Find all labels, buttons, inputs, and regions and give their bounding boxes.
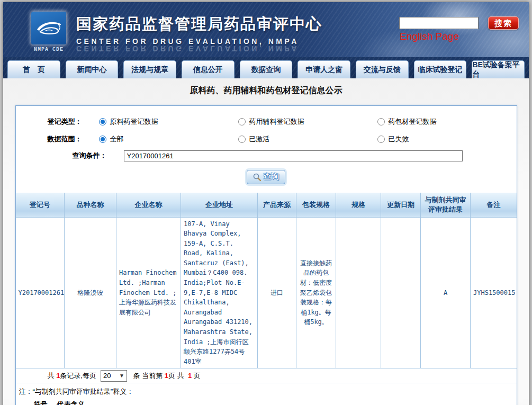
notes-title: 注：“与制剂共同审评审批结果”释义： <box>18 387 515 397</box>
notes-col-symbol: 符号 <box>18 400 48 405</box>
cell-remark: JYHS1500015 <box>471 217 517 368</box>
radio-label: 药用辅料登记数据 <box>249 117 304 127</box>
radio-label: 已失效 <box>389 134 409 144</box>
reg-type-label: 登记类型： <box>16 117 82 127</box>
col-company-address: 企业地址 <box>181 193 258 217</box>
radio-unselected-icon[interactable] <box>377 118 385 125</box>
radio-unselected-icon[interactable] <box>377 136 385 143</box>
pagination-middle: 页 共 <box>168 371 188 381</box>
radio-unselected-icon[interactable] <box>238 136 246 143</box>
data-scope-row: 数据范围： 全部 已激活 已失效 <box>16 130 517 148</box>
cell-company-address: 107-A, Vinay Bhavya Complex, 159-A, C.S.… <box>181 217 258 368</box>
query-form: 登记类型： 原料药登记数据 药用辅料登记数据 药包材登记数据 <box>16 106 517 190</box>
header-search-input[interactable] <box>399 17 479 29</box>
nav-tab-clinical-trial[interactable]: 临床试验登记 <box>414 60 467 78</box>
nav-tab-data-query[interactable]: 数据查询 <box>240 60 293 78</box>
pagination-bar: 共 1条记录,每页 20 ▼ 条 当前第 1页 共 1 页 <box>16 368 517 383</box>
query-button[interactable]: 查询 <box>247 170 285 184</box>
page-size-select[interactable]: 20 ▼ <box>101 370 127 382</box>
pagination-unit: 条 当前第 <box>131 371 165 381</box>
pagination-current-page: 1 <box>165 372 168 380</box>
cell-variety-name: 格隆溴铵 <box>65 217 116 368</box>
col-packaging-spec: 包装规格 <box>296 193 336 217</box>
pagination-total-pages: 1 <box>188 372 192 380</box>
nav-tab-be-platform[interactable]: BE试验备案平台 <box>472 60 525 78</box>
table-header-row: 登记号 品种名称 企业名称 企业地址 产品来源 包装规格 规格 更新日期 与制剂… <box>16 193 517 217</box>
cell-spec <box>336 217 381 368</box>
radio-expired[interactable]: 已失效 <box>377 134 517 144</box>
pagination-total-suffix: 条记录,每页 <box>60 371 96 381</box>
query-button-row: 查询 <box>16 170 517 184</box>
cell-update-date <box>381 217 421 368</box>
radio-selected-icon[interactable] <box>99 118 106 125</box>
radio-excipient-data[interactable]: 药用辅料登记数据 <box>238 117 377 127</box>
nav-tab-feedback[interactable]: 交流与反馈 <box>356 60 409 78</box>
radio-label: 已激活 <box>249 134 270 144</box>
nav-tab-disclosure[interactable]: 信息公开 <box>182 60 235 78</box>
chevron-down-icon: ▼ <box>119 373 124 379</box>
logo-text: NMPA CDE <box>26 47 71 52</box>
content-area: 原料药、药用辅料和药包材登记信息公示 登记类型： 原料药登记数据 药用辅料登记数… <box>3 78 529 405</box>
notes-col-meaning: 代表含义 <box>48 400 85 405</box>
page-container: NMPA CDE 国家药品监督管理局药品审评中心 CENTER FOR DRUG… <box>3 2 529 405</box>
nav-tab-applicant[interactable]: 申请人之窗 <box>297 60 350 78</box>
col-product-source: 产品来源 <box>258 193 296 217</box>
cell-company-name: Harman Finochem Ltd. ;Harman Finochem Lt… <box>116 217 181 368</box>
results-table: 登记号 品种名称 企业名称 企业地址 产品来源 包装规格 规格 更新日期 与制剂… <box>16 193 517 368</box>
header-search-button[interactable]: 搜索 <box>488 16 519 30</box>
cde-logo-icon <box>31 12 66 44</box>
col-company-name: 企业名称 <box>116 193 181 217</box>
logo[interactable]: NMPA CDE <box>26 12 71 52</box>
query-panel: 登记类型： 原料药登记数据 药用辅料登记数据 药包材登记数据 <box>15 105 517 405</box>
query-condition-row: 查询条件： <box>16 148 517 164</box>
pagination-pages-suffix: 页 <box>192 371 201 381</box>
nav-tab-news[interactable]: 新闻中心 <box>66 60 119 78</box>
data-scope-label: 数据范围： <box>16 134 82 144</box>
radio-activated[interactable]: 已激活 <box>238 134 377 144</box>
radio-label: 全部 <box>110 134 124 144</box>
col-review-result: 与制剂共同审评审批结果 <box>421 193 471 217</box>
col-update-date: 更新日期 <box>381 193 421 217</box>
radio-api-data[interactable]: 原料药登记数据 <box>99 117 238 127</box>
radio-label: 原料药登记数据 <box>110 117 158 127</box>
table-row: Y20170001261 格隆溴铵 Harman Finochem Ltd. ;… <box>16 217 517 368</box>
query-condition-label: 查询条件： <box>16 151 107 160</box>
col-spec: 规格 <box>336 193 381 217</box>
english-page-link[interactable]: English Page <box>400 31 459 42</box>
site-subtitle-reflection: CENTER FOR DRUG EVALUATION, NMPA <box>76 44 322 53</box>
col-remark: 备注 <box>471 193 517 217</box>
site-header: NMPA CDE 国家药品监督管理局药品审评中心 CENTER FOR DRUG… <box>3 2 529 57</box>
reg-type-options: 原料药登记数据 药用辅料登记数据 药包材登记数据 <box>82 117 517 127</box>
cell-product-source: 进口 <box>258 217 296 368</box>
pagination-total-count: 1 <box>56 372 60 380</box>
nav-tab-home[interactable]: 首 页 <box>7 60 60 78</box>
page-title: 原料药、药用辅料和药包材登记信息公示 <box>3 85 529 96</box>
radio-packaging-data[interactable]: 药包材登记数据 <box>377 117 517 127</box>
query-button-label: 查询 <box>264 172 279 182</box>
reg-type-row: 登记类型： 原料药登记数据 药用辅料登记数据 药包材登记数据 <box>16 113 517 130</box>
header-search <box>399 17 479 29</box>
header-titles: 国家药品监督管理局药品审评中心 CENTER FOR DRUG EVALUATI… <box>76 14 322 53</box>
nav-tab-regulations[interactable]: 法规与规章 <box>123 60 176 78</box>
radio-unselected-icon[interactable] <box>238 118 246 125</box>
main-nav: 首 页 新闻中心 法规与规章 信息公开 数据查询 申请人之窗 交流与反馈 临床试… <box>3 57 529 78</box>
site-title: 国家药品监督管理局药品审评中心 <box>76 14 322 35</box>
notes-section: 注：“与制剂共同审评审批结果”释义： 符号 代表含义 A 已批准在上市制剂使用的… <box>16 383 517 405</box>
query-condition-input[interactable] <box>124 150 463 161</box>
radio-label: 药包材登记数据 <box>389 117 437 127</box>
col-reg-no: 登记号 <box>16 193 65 217</box>
cell-reg-no: Y20170001261 <box>16 217 65 368</box>
swan-icon <box>35 16 62 40</box>
cell-packaging-spec: 直接接触药品的药包材：低密度聚乙烯袋包装规格：每桶1kg。每桶5kg。 <box>296 217 336 368</box>
cell-review-result: A <box>421 217 471 368</box>
notes-header: 符号 代表含义 <box>18 400 515 405</box>
radio-selected-icon[interactable] <box>99 136 106 143</box>
radio-all[interactable]: 全部 <box>99 134 238 144</box>
data-scope-options: 全部 已激活 已失效 <box>82 134 517 144</box>
magnifier-icon <box>253 173 262 182</box>
col-variety-name: 品种名称 <box>65 193 116 217</box>
page-size-value: 20 <box>103 372 111 380</box>
pagination-total-prefix: 共 <box>48 371 57 381</box>
